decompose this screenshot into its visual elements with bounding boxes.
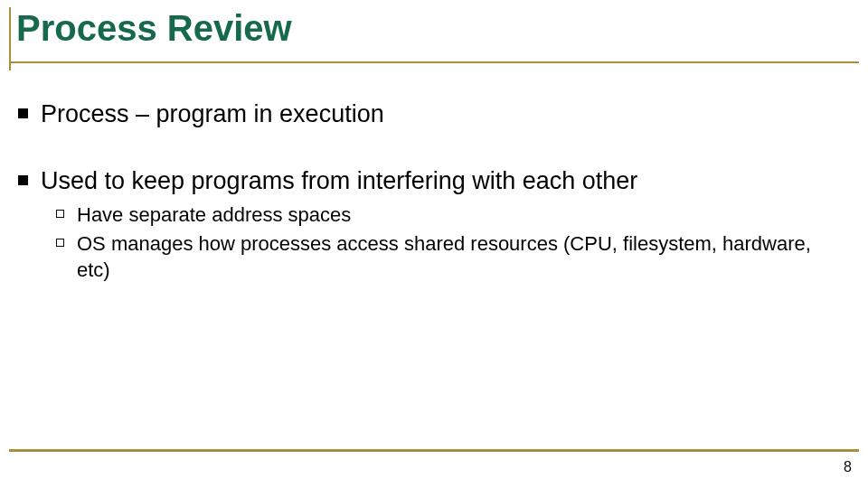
bullet-level1: Used to keep programs from interfering w… [18,166,841,197]
hollow-square-bullet-icon [56,210,64,218]
footer-divider [9,449,859,452]
page-number: 8 [844,459,852,475]
bullet-level2: OS manages how processes access shared r… [56,231,841,283]
square-bullet-icon [18,108,28,118]
slide-title: Process Review [9,7,292,49]
bullet-level2: Have separate address spaces [56,202,841,229]
bullet-text: Process – program in execution [41,99,384,130]
slide: Process Review Process – program in exec… [0,0,868,488]
content-area: Process – program in execution Used to k… [18,90,841,286]
hollow-square-bullet-icon [56,239,64,247]
title-underline [9,61,859,63]
square-bullet-icon [18,175,28,185]
bullet-text: Used to keep programs from interfering w… [41,166,637,197]
sub-bullet-text: Have separate address spaces [77,202,351,229]
bullet-level1: Process – program in execution [18,99,841,130]
title-block: Process Review [9,7,292,49]
sub-bullet-group: Have separate address spaces OS manages … [56,202,841,284]
sub-bullet-text: OS manages how processes access shared r… [77,231,841,283]
